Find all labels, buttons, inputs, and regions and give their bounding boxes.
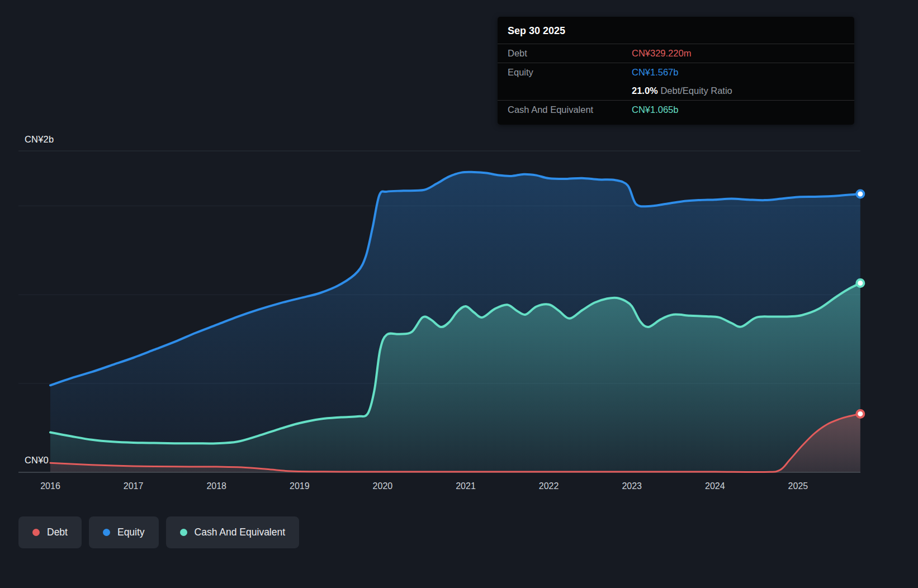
tooltip-debt-label: Debt (508, 48, 632, 59)
debt-series-dot-icon (32, 529, 40, 536)
x-tick-label: 2025 (788, 481, 808, 491)
x-tick-label: 2023 (622, 481, 642, 491)
x-tick-label: 2020 (373, 481, 393, 491)
legend-label-debt: Debt (47, 527, 68, 538)
tooltip-date: Sep 30 2025 (498, 17, 854, 44)
legend-item-cash[interactable]: Cash And Equivalent (166, 516, 299, 548)
x-tick-label: 2022 (539, 481, 559, 491)
legend-item-debt[interactable]: Debt (18, 516, 82, 548)
tooltip-row-debt: Debt CN¥329.220m (498, 44, 854, 63)
tooltip-row-equity: Equity CN¥1.567b (498, 63, 854, 82)
x-tick-label: 2017 (124, 481, 144, 491)
tooltip-equity-value: CN¥1.567b (632, 67, 678, 78)
chart-tooltip: Sep 30 2025 Debt CN¥329.220m Equity CN¥1… (498, 17, 854, 125)
chart-legend: Debt Equity Cash And Equivalent (18, 516, 299, 548)
x-tick-label: 2019 (290, 481, 310, 491)
tooltip-ratio-label: Debt/Equity Ratio (660, 86, 732, 96)
x-tick-label: 2021 (456, 481, 476, 491)
tooltip-ratio-percent: 21.0% (632, 86, 658, 96)
tooltip-cash-value: CN¥1.065b (632, 105, 678, 115)
legend-label-cash: Cash And Equivalent (195, 527, 285, 538)
legend-label-equity: Equity (117, 527, 145, 538)
x-tick-label: 2024 (705, 481, 725, 491)
x-tick-label: 2016 (40, 481, 60, 491)
cash-series-dot-icon (180, 529, 187, 536)
tooltip-row-cash: Cash And Equivalent CN¥1.065b (498, 101, 854, 119)
x-tick-label: 2018 (206, 481, 226, 491)
equity-series-dot-icon (103, 529, 110, 536)
tooltip-ratio-value: 21.0% Debt/Equity Ratio (632, 86, 732, 96)
tooltip-debt-value: CN¥329.220m (632, 48, 691, 59)
legend-item-equity[interactable]: Equity (89, 516, 159, 548)
debt-equity-history-chart: CN¥2b CN¥0 2016 2017 2018 2019 2020 2021… (0, 0, 918, 588)
tooltip-equity-label: Equity (508, 67, 632, 78)
tooltip-row-ratio: 21.0% Debt/Equity Ratio (498, 82, 854, 101)
tooltip-cash-label: Cash And Equivalent (508, 105, 632, 115)
